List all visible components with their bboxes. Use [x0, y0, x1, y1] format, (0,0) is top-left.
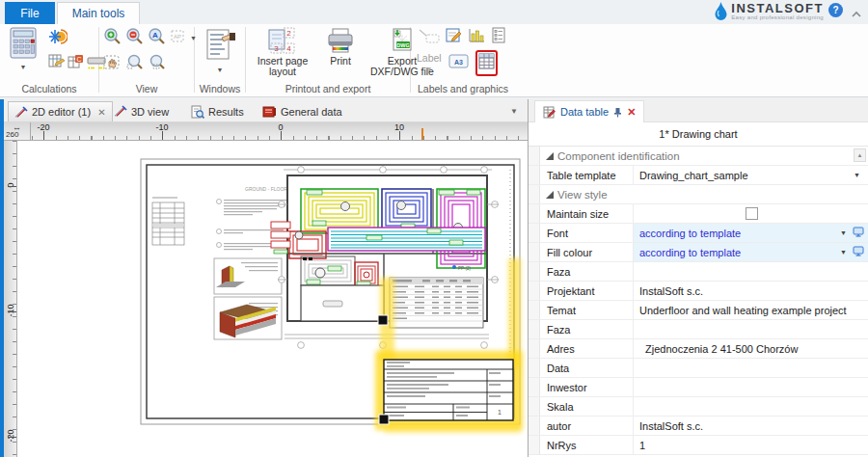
tab-close-icon[interactable]: ✕: [97, 107, 105, 118]
prop-row-data[interactable]: Data: [529, 359, 868, 378]
prop-value-input[interactable]: [634, 359, 868, 377]
zoom-all-icon[interactable]: A: [148, 27, 166, 49]
document-tab-bar: 2D editor (1) ✕ 3D view Results General …: [0, 99, 528, 122]
maintain-size-checkbox[interactable]: [746, 207, 758, 220]
drawing-chart-table-icon[interactable]: [478, 53, 495, 73]
prop-row-autor[interactable]: autor InstalSoft s.c.: [529, 417, 868, 436]
prop-value-input[interactable]: [634, 397, 868, 416]
panel-close-icon[interactable]: ✕: [627, 106, 636, 119]
prop-row-skala[interactable]: Skala: [529, 397, 868, 417]
tab-file[interactable]: File: [5, 2, 55, 24]
group-label-printout: Printout and export: [246, 83, 410, 94]
windows-button[interactable]: ▼: [199, 28, 241, 75]
print-button[interactable]: Print: [323, 27, 358, 67]
prop-value-input[interactable]: Zjednoczenia 2 41-500 Chorzów: [634, 339, 868, 358]
ribbon-collapse-button[interactable]: [851, 6, 862, 15]
prop-value-input[interactable]: [634, 262, 868, 281]
prop-value-dropdown[interactable]: according to template ▼: [634, 224, 868, 242]
prop-label: NrRys: [540, 436, 634, 454]
prop-label: Maintain size: [540, 204, 634, 223]
pan-hand-icon[interactable]: [103, 53, 122, 75]
page-layout-icon: 2 3 4: [267, 27, 298, 56]
prop-value-input[interactable]: Underfloor and wall heating example proj…: [634, 301, 868, 319]
tab-2d-editor[interactable]: 2D editor (1) ✕: [8, 101, 113, 121]
prop-row-table-template[interactable]: Table template Drawing_chart_sample ▼: [529, 166, 868, 185]
tab-3d-view[interactable]: 3D view: [108, 101, 175, 121]
property-grid: Component identification Table template …: [529, 147, 868, 455]
ribbon: ▼ C: [0, 24, 868, 97]
panel-tab-strip: Data table ✕: [529, 99, 868, 122]
prop-value-input[interactable]: 1: [634, 436, 868, 454]
prop-row-nrrys[interactable]: NrRys 1: [529, 436, 868, 455]
prop-row-font[interactable]: Font according to template ▼: [529, 224, 868, 243]
section-component-identification[interactable]: Component identification: [529, 147, 868, 166]
zoom-area-icon[interactable]: AP: [170, 28, 186, 48]
calculations-dropdown-caret[interactable]: ▼: [20, 62, 27, 72]
prop-value-input[interactable]: [634, 378, 868, 396]
frame-a3-icon[interactable]: A3: [448, 53, 469, 73]
collapse-triangle-icon[interactable]: [546, 152, 554, 160]
zoom-window-icon[interactable]: [125, 53, 144, 75]
screen-preview-icon[interactable]: [853, 246, 864, 258]
section-view-style[interactable]: View style: [529, 185, 868, 204]
row-gutter: [529, 166, 540, 184]
editor-pen-icon: [114, 105, 127, 118]
prop-row-faza-2[interactable]: Faza: [529, 320, 868, 339]
horizontal-ruler: -20 -10 0 10: [31, 122, 528, 141]
row-gutter: [529, 282, 540, 300]
prop-row-projektant[interactable]: Projektant InstalSoft s.c.: [529, 282, 868, 301]
tab-general-data-label: General data: [281, 106, 342, 118]
drawing-canvas[interactable]: GROUND - FLOOR: [17, 141, 528, 457]
thermal-calculation-icon[interactable]: [48, 27, 106, 50]
prop-value-input[interactable]: InstalSoft s.c.: [634, 417, 868, 435]
selection-handle[interactable]: [378, 315, 388, 325]
prop-value-input[interactable]: InstalSoft s.c.: [634, 282, 868, 300]
prop-value-dropdown[interactable]: according to template ▼: [634, 243, 868, 261]
zoom-in-icon[interactable]: [103, 27, 122, 49]
callout-label-icon: [419, 28, 440, 47]
selection-handle[interactable]: [379, 415, 389, 424]
collapse-triangle-icon[interactable]: [546, 191, 554, 199]
row-gutter: [529, 359, 540, 377]
screen-preview-icon[interactable]: [853, 227, 864, 239]
tab-results-label: Results: [208, 106, 244, 118]
prop-row-maintain-size[interactable]: Maintain size: [529, 204, 868, 224]
drawing-title-block[interactable]: 1: [384, 360, 513, 420]
list-label-icon[interactable]: [492, 27, 506, 47]
svg-text:2: 2: [286, 29, 291, 38]
prop-row-adres[interactable]: Adres Zjednoczenia 2 41-500 Chorzów: [529, 339, 868, 359]
prop-label: autor: [540, 417, 634, 435]
help-button[interactable]: ?: [828, 3, 843, 17]
results-table-icon[interactable]: [48, 54, 65, 74]
prop-label: Temat: [540, 301, 634, 319]
prop-row-fill-colour[interactable]: Fill colour according to template ▼: [529, 243, 868, 262]
prop-row-faza-1[interactable]: Faza: [529, 262, 868, 282]
costs-table-icon[interactable]: C: [68, 54, 84, 74]
edit-label-icon[interactable]: [446, 27, 462, 47]
doc-tabs-overflow-caret[interactable]: ▼: [510, 107, 518, 116]
windows-dropdown-caret[interactable]: ▼: [217, 65, 224, 75]
zoom-previous-icon[interactable]: [148, 53, 166, 75]
insert-page-layout-label: Insert page layout: [253, 56, 312, 77]
ruler-corner-value: 260: [6, 130, 18, 139]
label-button-text: Label: [417, 53, 442, 64]
pin-icon[interactable]: [613, 107, 622, 118]
prop-value-input[interactable]: [634, 320, 868, 338]
prop-value-dropdown[interactable]: Drawing_chart_sample ▼: [634, 166, 868, 184]
prop-value-text: according to template: [639, 247, 741, 258]
zoom-out-icon[interactable]: [125, 27, 144, 49]
dropdown-caret-icon[interactable]: ▼: [854, 172, 860, 178]
scrollbar-up-button[interactable]: ▲: [854, 148, 866, 162]
panel-tab-data-table[interactable]: Data table ✕: [534, 100, 644, 122]
tab-general-data[interactable]: General data: [257, 101, 348, 121]
tab-main-tools[interactable]: Main tools: [57, 2, 140, 24]
calculations-button[interactable]: ▼: [4, 27, 42, 72]
chart-label-icon[interactable]: [468, 27, 486, 47]
row-gutter: [529, 436, 540, 454]
prop-row-temat[interactable]: Temat Underfloor and wall heating exampl…: [529, 301, 868, 320]
tab-results[interactable]: Results: [185, 101, 250, 121]
dropdown-caret-icon[interactable]: ▼: [840, 229, 847, 236]
insert-page-layout-button[interactable]: 2 3 4 Insert page layout: [250, 27, 315, 77]
dropdown-caret-icon[interactable]: ▼: [840, 249, 847, 255]
prop-row-inwestor[interactable]: Inwestor: [529, 378, 868, 397]
